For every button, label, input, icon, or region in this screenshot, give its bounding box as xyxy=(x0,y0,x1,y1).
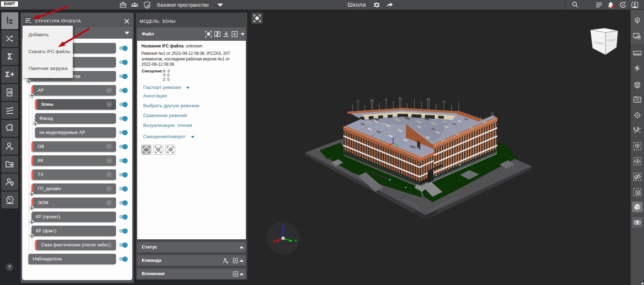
svg-text:X: X xyxy=(273,239,275,244)
svg-text:1: 1 xyxy=(634,127,635,129)
svg-text:10: 10 xyxy=(621,4,624,7)
svg-text:2: 2 xyxy=(637,127,639,129)
svg-text:Y: Y xyxy=(295,239,297,243)
svg-text:Z: Z xyxy=(282,223,285,227)
svg-text:2D: 2D xyxy=(8,91,12,95)
